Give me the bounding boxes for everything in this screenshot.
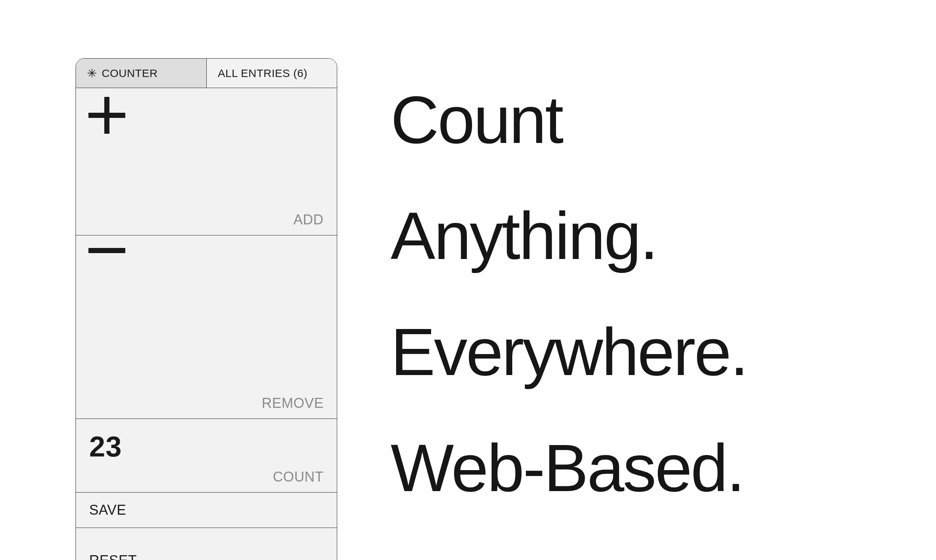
hero-line-3: Everywhere. <box>391 294 747 410</box>
reset-label: RESET <box>89 552 137 560</box>
reset-button[interactable]: RESET <box>76 528 337 560</box>
add-label: ADD <box>293 212 323 228</box>
tab-all-entries[interactable]: ALL ENTRIES (6) <box>207 58 337 88</box>
plus-icon <box>85 93 129 139</box>
tab-bar: ✳ COUNTER ALL ENTRIES (6) <box>76 58 337 88</box>
hero-text: Count Anything. Everywhere. Web-Based. <box>391 62 747 526</box>
count-display: 23 COUNT <box>76 419 337 492</box>
svg-rect-1 <box>88 113 125 118</box>
hero-line-2: Anything. <box>391 178 747 294</box>
add-button[interactable]: ADD <box>76 88 337 235</box>
remove-label: REMOVE <box>262 395 323 411</box>
count-value: 23 <box>89 430 122 463</box>
minus-icon <box>85 241 129 286</box>
tab-counter-label: COUNTER <box>102 67 158 80</box>
hero-line-1: Count <box>391 62 747 178</box>
tab-counter[interactable]: ✳ COUNTER <box>76 58 207 88</box>
svg-rect-2 <box>88 248 125 253</box>
hero-line-4: Web-Based. <box>391 410 747 526</box>
remove-button[interactable]: REMOVE <box>76 235 337 419</box>
count-label: COUNT <box>273 469 323 485</box>
save-button[interactable]: SAVE <box>76 492 337 528</box>
tab-entries-label: ALL ENTRIES (6) <box>218 67 307 80</box>
save-label: SAVE <box>89 502 126 518</box>
counter-card: ✳ COUNTER ALL ENTRIES (6) ADD REMOVE 23 … <box>75 58 337 560</box>
starburst-icon: ✳ <box>87 69 97 78</box>
